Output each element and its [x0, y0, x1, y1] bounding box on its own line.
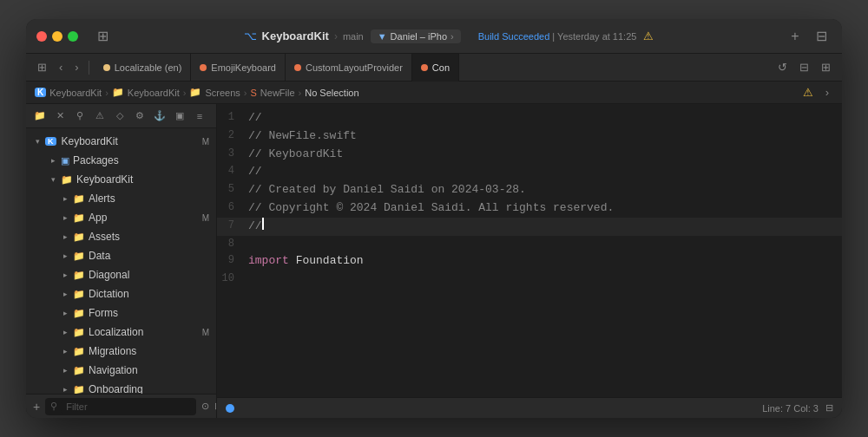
breadcrumb-keyboardkit-root[interactable]: K KeyboardKit	[35, 88, 102, 98]
breadcrumb-bar: K KeyboardKit › 📁 KeyboardKit › 📁 Screen…	[26, 82, 842, 104]
code-line-1: 1 //	[217, 109, 842, 127]
test-icon[interactable]: ◇	[111, 108, 128, 125]
back-icon[interactable]: ‹	[55, 59, 67, 75]
tab-dot	[421, 64, 428, 71]
breadcrumb-no-selection: No Selection	[305, 88, 358, 98]
tree-item-label: Onboarding	[89, 383, 209, 394]
editor-settings-icon[interactable]: ⊟	[825, 402, 833, 414]
sidebar-item-migrations[interactable]: ▸ 📁 Migrations	[26, 342, 216, 361]
filter-input[interactable]	[61, 400, 191, 414]
tree-item-label: App	[89, 212, 199, 224]
line-content: // Copyright © 2024 Daniel Saidi. All ri…	[248, 199, 614, 218]
line-number: 1	[217, 109, 248, 126]
add-item-icon[interactable]: +	[33, 400, 40, 414]
expand-arrow: ▸	[61, 385, 69, 394]
sidebar-item-keyboardkit[interactable]: ▾ 📁 KeyboardKit	[26, 170, 216, 189]
folder-icon: 📁	[73, 193, 85, 205]
grid-icon[interactable]: ⊞	[33, 59, 51, 75]
sidebar-item-root[interactable]: ▾ K KeyboardKit M	[26, 132, 216, 151]
line-content: // NewFile.swift	[248, 127, 357, 146]
tab-label: CustomLayoutProvider	[306, 62, 403, 73]
breadcrumb-newfile[interactable]: S NewFile	[250, 88, 294, 98]
sidebar-item-diagonal[interactable]: ▸ 📁 Diagonal	[26, 265, 216, 284]
sidebar-item-data[interactable]: ▸ 📁 Data	[26, 246, 216, 265]
breadcrumb-keyboardkit-folder[interactable]: 📁 KeyboardKit	[112, 87, 180, 98]
minimize-button[interactable]	[52, 31, 62, 42]
editor: 1 // 2 // NewFile.swift 3 // KeyboardKit…	[217, 104, 842, 418]
tab-con[interactable]: Con	[412, 54, 459, 82]
expand-arrow: ▾	[33, 137, 42, 146]
expand-arrow: ▸	[61, 309, 69, 317]
tab-custom-layout[interactable]: CustomLayoutProvider	[286, 54, 412, 82]
expand-arrow: ▾	[49, 175, 57, 184]
folder-icon: 📁	[61, 174, 73, 186]
layout-toggle-icon[interactable]: ⊟	[811, 26, 832, 47]
line-content: //	[248, 163, 262, 181]
sidebar-item-dictation[interactable]: ▸ 📁 Dictation	[26, 284, 216, 303]
warning-nav-icon[interactable]: ⚠	[799, 84, 818, 101]
sidebar-item-navigation[interactable]: ▸ 📁 Navigation	[26, 361, 216, 380]
expand-arrow: ▸	[61, 328, 69, 336]
sidebar-toggle-icon[interactable]: ⊞	[92, 26, 113, 47]
tree-item-label: Dictation	[89, 288, 209, 300]
line-number: 5	[217, 181, 248, 198]
module-name: Foundation	[296, 254, 364, 267]
titlebar: ⊞ ⌥ KeyboardKit › main ▼ Daniel – iPho ›…	[26, 19, 842, 54]
line-content: import Foundation	[248, 252, 364, 271]
sidebar-item-onboarding[interactable]: ▸ 📁 Onboarding	[26, 380, 216, 394]
breadcrumb-label: KeyboardKit	[128, 88, 180, 98]
hierarchy-icon[interactable]: ≡	[191, 108, 208, 125]
build-time: | Yesterday at 11:25	[552, 31, 636, 42]
code-line-8: 8	[217, 236, 842, 252]
split-view-icon[interactable]: ⊟	[795, 59, 813, 75]
tree-item-label: KeyboardKit	[76, 173, 209, 186]
sidebar-item-localization[interactable]: ▸ 📁 Localization M	[26, 323, 216, 342]
close-button[interactable]	[36, 31, 47, 42]
line-content: // Created by Daniel Saidi on 2024-03-28…	[248, 181, 526, 199]
forward-icon[interactable]: ›	[70, 59, 82, 75]
source-control-icon[interactable]: ✕	[51, 108, 69, 125]
folder-icon: 📁	[73, 308, 85, 319]
tree-item-label: Alerts	[89, 192, 209, 205]
group-icon[interactable]: ▣	[171, 108, 188, 125]
line-content: // KeyboardKit	[248, 146, 343, 164]
tab-dot	[103, 64, 110, 71]
breadcrumb-nav-forward[interactable]: ›	[821, 84, 833, 101]
sidebar-item-app[interactable]: ▸ 📁 App M	[26, 208, 216, 227]
sidebar-item-packages[interactable]: ▸ ▣ Packages	[26, 151, 216, 170]
anchor-icon[interactable]: ⚓	[151, 108, 168, 125]
project-title: KeyboardKit	[262, 29, 329, 42]
tab-emoji-keyboard[interactable]: EmojiKeyboard	[191, 54, 286, 82]
main-content: 📁 ✕ ⚲ ⚠ ◇ ⚙ ⚓ ▣ ≡ ▾ K KeyboardKit M	[26, 104, 842, 418]
tree-item-label: Assets	[89, 231, 209, 243]
breadcrumb-label: NewFile	[260, 88, 295, 98]
refresh-icon[interactable]: ↺	[773, 59, 792, 75]
expand-arrow: ▸	[61, 194, 69, 203]
sidebar-toolbar: 📁 ✕ ⚲ ⚠ ◇ ⚙ ⚓ ▣ ≡	[26, 104, 216, 128]
code-line-10: 10	[217, 271, 842, 287]
folder-icon: 📁	[112, 87, 124, 98]
add-button[interactable]: +	[785, 26, 806, 47]
search-icon[interactable]: ⚲	[71, 108, 89, 125]
breadcrumb-screens[interactable]: 📁 Screens	[189, 87, 240, 98]
line-number: 9	[217, 252, 248, 269]
issue-icon[interactable]: ⚠	[91, 108, 108, 125]
folder-nav-icon[interactable]: 📁	[31, 108, 49, 125]
debug-icon[interactable]: ⚙	[131, 108, 148, 125]
line-number: 4	[217, 163, 248, 179]
device-selector[interactable]: ▼ Daniel – iPho ›	[371, 29, 461, 43]
tab-bar: Localizable (en) EmojiKeyboard CustomLay…	[95, 54, 770, 82]
sidebar-item-alerts[interactable]: ▸ 📁 Alerts	[26, 189, 216, 208]
expand-arrow: ▸	[61, 347, 69, 355]
code-editor[interactable]: 1 // 2 // NewFile.swift 3 // KeyboardKit…	[217, 104, 842, 397]
line-content: //	[248, 218, 262, 236]
folder-icon: ▣	[61, 155, 69, 166]
filter-options-icon[interactable]: ⊙	[201, 401, 209, 412]
maximize-button[interactable]	[68, 31, 78, 42]
sidebar-file-tree: ▾ K KeyboardKit M ▸ ▣ Packages ▾ 📁	[26, 128, 216, 394]
inspector-icon[interactable]: ⊞	[817, 59, 835, 75]
sidebar-item-assets[interactable]: ▸ 📁 Assets	[26, 227, 216, 246]
folder-icon: 📁	[73, 270, 85, 281]
tab-localizable[interactable]: Localizable (en)	[95, 54, 192, 82]
sidebar-item-forms[interactable]: ▸ 📁 Forms	[26, 303, 216, 323]
